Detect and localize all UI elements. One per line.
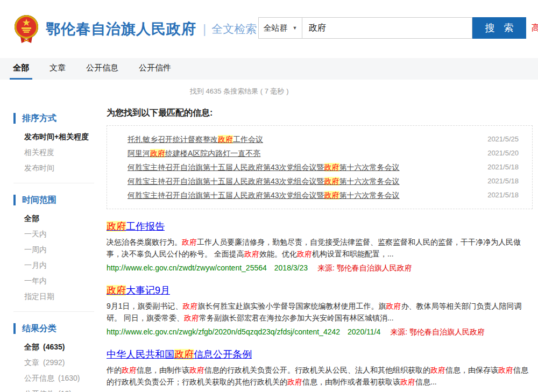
filter-sidebar: 排序方式 发布时间+相关程度 相关程度 发布时间 时间范围 全部 xyxy=(0,80,102,392)
time-range-section-title: 时间范围 xyxy=(13,195,102,205)
best-match-heading: 为您找到以下最匹配的信息: xyxy=(107,108,533,119)
search-bar: 全站群 ▼ 搜 索 xyxy=(258,17,526,39)
site-title: 鄂伦春自治旗人民政府 xyxy=(46,19,196,39)
match-link[interactable]: 何胜宝主持召开自治旗第十五届人民政府第43次党组会议暨政府第十六次常务会议 xyxy=(128,160,400,174)
sort-section: 排序方式 发布时间+相关程度 相关程度 发布时间 xyxy=(13,113,102,172)
result-url: http://www.elc.gov.cn/zwdt/zwyw/content_… xyxy=(107,263,267,272)
tab[interactable]: 公开信件 xyxy=(136,58,174,80)
time-range-option[interactable]: 全部 xyxy=(13,215,102,222)
best-match-box: 托扎敏乡召开统计督察整改政府工作会议 2021/5/25 阿里河政府统建楼A区院… xyxy=(107,125,533,209)
title-separator: | xyxy=(203,22,206,37)
tab[interactable]: 文章 xyxy=(46,58,69,80)
match-link[interactable]: 何胜宝主持召开自治旗第十五届人民政府第43次党组会议暨政府第十六次常务会议 xyxy=(128,174,400,188)
category-count: (4635) xyxy=(43,343,65,351)
match-date: 2021/5/18 xyxy=(487,160,519,174)
category-option[interactable]: 公开信件(13) xyxy=(13,390,102,392)
match-date: 2021/5/25 xyxy=(487,132,519,146)
scope-select-value: 全站群 xyxy=(264,23,288,33)
national-emblem-icon xyxy=(13,15,39,44)
time-range-option[interactable]: 一周内 xyxy=(13,246,102,253)
sort-option[interactable]: 发布时间+相关程度 xyxy=(13,133,102,140)
results-main: 找到 4635 条搜索结果 ( 7 毫秒 ) 为您找到以下最匹配的信息: 托扎敏… xyxy=(102,80,538,392)
category-section: 结果分类 全部(4635) 文章(2992) 公开信息(1630) 公开信件(1… xyxy=(13,323,102,392)
search-input[interactable] xyxy=(302,17,472,39)
result-title-link[interactable]: 政府工作报告 xyxy=(107,220,165,233)
search-button[interactable]: 搜 索 xyxy=(472,17,526,39)
match-link[interactable]: 何胜宝主持召开自治旗第十五届人民政府第43次党组会议暨政府第十六次常务会议 xyxy=(128,188,400,202)
result-title-link[interactable]: 中华人民共和国政府信息公开条例 xyxy=(107,348,252,361)
advanced-search-link[interactable]: 高 xyxy=(532,23,538,34)
match-row: 阿里河政府统建楼A区院内路灯一直不亮 2021/5/20 xyxy=(128,146,519,160)
match-row: 何胜宝主持召开自治旗第十五届人民政府第43次党组会议暨政府第十六次常务会议 20… xyxy=(128,188,519,202)
result-snippet: 作的政府信息，由制作该政府信息的行政机关负责公开。行政机关从公民、法人和其他组织… xyxy=(107,364,533,388)
match-date: 2021/5/18 xyxy=(487,174,519,188)
time-range-option[interactable]: 一月内 xyxy=(13,261,102,269)
tab-label: 公开信息 xyxy=(86,63,118,73)
category-option[interactable]: 文章(2992) xyxy=(13,359,102,366)
time-range-option[interactable]: 指定日期 xyxy=(13,293,102,300)
tab-label: 全部 xyxy=(13,63,29,73)
category-count: (1630) xyxy=(58,374,80,382)
result-url: http://www.elc.gov.cn/zwgk/zfgb/2020n/d5… xyxy=(107,327,340,336)
chevron-down-icon: ▼ xyxy=(293,26,298,31)
tab-label: 公开信件 xyxy=(139,63,171,73)
category-count: (2992) xyxy=(43,358,65,367)
sidebar-divider xyxy=(13,183,94,183)
match-row: 何胜宝主持召开自治旗第十五届人民政府第43次党组会议暨政府第十六次常务会议 20… xyxy=(128,174,519,188)
result-snippet: 决惩治各类腐败行为。政府工作人员要廉洁修身，勤勉尽责，自觉接受法律监督、监察监督… xyxy=(107,236,533,260)
result-date: 2018/3/23 xyxy=(274,263,308,272)
search-result: 政府工作报告 决惩治各类腐败行为。政府工作人员要廉洁修身，勤勉尽责，自觉接受法律… xyxy=(107,220,533,273)
match-row: 何胜宝主持召开自治旗第十五届人民政府第43次党组会议暨政府第十六次常务会议 20… xyxy=(128,160,519,174)
category-option[interactable]: 全部(4635) xyxy=(13,343,102,351)
match-row: 托扎敏乡召开统计督察整改政府工作会议 2021/5/25 xyxy=(128,132,519,146)
tab[interactable]: 全部 xyxy=(10,58,32,80)
time-range-section: 时间范围 全部 一天内 一周内 一月内 一年内 xyxy=(13,195,102,300)
tab-label: 文章 xyxy=(49,63,66,73)
site-header: 鄂伦春自治旗人民政府 | 全文检索 全站群 ▼ 搜 索 高 xyxy=(0,0,538,58)
sort-option[interactable]: 相关程度 xyxy=(13,148,102,156)
result-source: 来源: 鄂伦春自治旗人民政府 xyxy=(317,263,412,272)
match-date: 2021/5/18 xyxy=(487,188,519,202)
scope-select[interactable]: 全站群 ▼ xyxy=(258,17,302,39)
search-result: 政府大事记9月 9月1日，旗委副书记、政府旗长何胜宝赴旗实验小学督导国家统编教材… xyxy=(107,284,533,337)
sort-option[interactable]: 发布时间 xyxy=(13,164,102,172)
result-title-link[interactable]: 政府大事记9月 xyxy=(107,284,170,297)
result-meta: http://www.elc.gov.cn/zwgk/zfgb/2020n/d5… xyxy=(107,326,533,337)
match-date: 2021/5/20 xyxy=(487,146,519,160)
tab[interactable]: 公开信息 xyxy=(83,58,122,80)
category-section-title: 结果分类 xyxy=(13,323,102,334)
result-date: 2020/11/4 xyxy=(348,327,380,336)
category-option[interactable]: 公开信息(1630) xyxy=(13,374,102,382)
match-link[interactable]: 托扎敏乡召开统计督察整改政府工作会议 xyxy=(128,132,263,146)
result-meta: http://www.elc.gov.cn/zwdt/zwyw/content_… xyxy=(107,262,533,273)
match-link[interactable]: 阿里河政府统建楼A区院内路灯一直不亮 xyxy=(128,146,260,160)
sort-section-title: 排序方式 xyxy=(13,113,102,124)
category-count: (13) xyxy=(58,389,72,392)
time-range-option[interactable]: 一年内 xyxy=(13,277,102,284)
tab-bar: 全部 文章 公开信息 公开信件 xyxy=(0,58,538,80)
result-snippet: 9月1日，旗委副书记、政府旗长何胜宝赴旗实验小学督导国家统编教材使用工作。旗政府… xyxy=(107,300,533,324)
result-source: 来源: 鄂伦春自治旗人民政府 xyxy=(390,327,485,336)
sidebar-divider xyxy=(13,311,94,312)
page-subtitle: 全文检索 xyxy=(211,22,257,37)
search-result: 中华人民共和国政府信息公开条例 作的政府信息，由制作该政府信息的行政机关负责公开… xyxy=(107,348,533,392)
result-count: 找到 4635 条搜索结果 ( 7 毫秒 ) xyxy=(190,87,533,96)
time-range-option[interactable]: 一天内 xyxy=(13,230,102,238)
